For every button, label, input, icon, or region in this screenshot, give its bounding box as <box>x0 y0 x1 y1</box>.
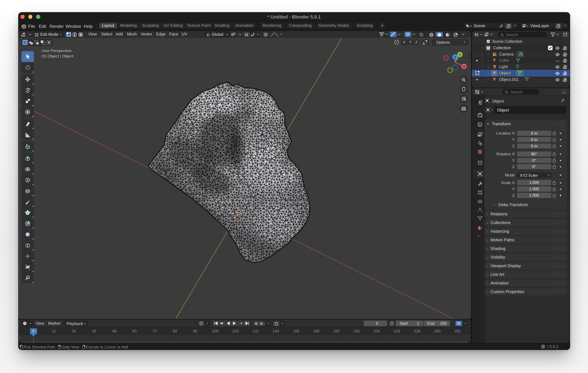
svg-text:Y: Y <box>459 53 461 56</box>
svg-text:Z: Z <box>454 55 456 59</box>
svg-text:X: X <box>463 65 465 68</box>
